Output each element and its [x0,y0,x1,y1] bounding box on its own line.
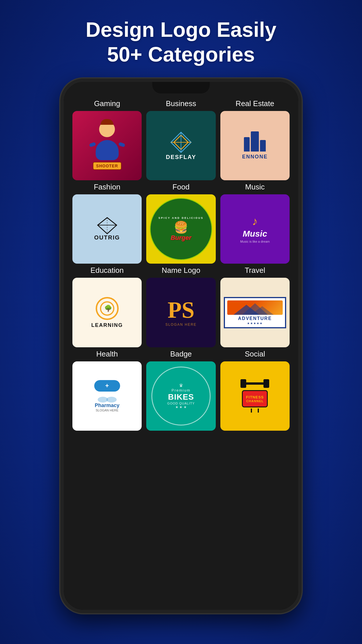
hero-hair [101,119,113,125]
health-tile[interactable]: + Pharmacy SLOGAN HERE [72,361,142,431]
shooter-badge: SHOOTER [93,162,122,170]
category-gaming[interactable]: Gaming SHOOTER [72,99,142,180]
gaming-logo: SHOOTER [72,111,142,180]
adventure-title: ADVENTURE [227,316,283,321]
power-button [301,168,302,197]
bikes-logo: ♛ Premium BIKES GOOD QUALITY ★ ★ ★ [151,367,210,425]
category-music[interactable]: Music ♪ Music Music is like a dream [220,183,290,264]
svg-point-14 [106,397,117,402]
learning-text: LEARNING [91,322,123,328]
social-label: Social [245,350,265,359]
pharmacy-text: Pharmacy [95,402,120,409]
category-realestate[interactable]: Real Estate ENNONE [220,99,290,180]
gaming-tile[interactable]: SHOOTER [72,111,142,180]
vol-down-button [60,168,61,191]
business-label: Business [166,99,196,108]
pharmacy-pill-icon: + [94,380,120,392]
social-tile[interactable]: FITNESS CHANNEL [220,361,290,431]
buildings-icon [244,131,266,152]
music-logo: ♪ Music Music is like a dream [240,215,270,243]
category-namelogo[interactable]: Name Logo PS SLOGAN HERE [146,266,215,347]
adventure-subtitle: ★★★★★ [227,322,283,325]
category-row-3: Education 🌳 LEARNING Name Log [72,266,290,347]
education-label: Education [90,266,124,275]
burger-text: Burger [171,234,191,241]
quality-text: GOOD QUALITY [167,402,195,405]
fitness-text: FITNESS [246,395,264,399]
food-label: Food [172,183,189,191]
hands-icon [97,394,117,402]
gaming-label: Gaming [94,99,120,108]
ennone-logo: ENNONE [242,131,268,160]
category-business[interactable]: Business DESFLAY [146,99,215,180]
desflay-text: DESFLAY [166,154,196,160]
business-tile[interactable]: DESFLAY [146,111,215,180]
ennone-text: ENNONE [242,154,268,160]
category-education[interactable]: Education 🌳 LEARNING [72,266,142,347]
desflay-icon [170,131,192,154]
realestate-label: Real Estate [236,99,274,108]
play-button-icon: 🌳 [96,297,119,320]
stars-icon: ★ ★ ★ [175,405,187,409]
tv-screen-icon: FITNESS CHANNEL [242,390,268,407]
category-fashion[interactable]: Fashion ✦ OUTRIG [72,183,142,264]
bikes-title: BIKES [168,392,194,402]
header: Design Logo Easily 50+ Categories [86,0,276,78]
education-tile[interactable]: 🌳 LEARNING [72,278,142,347]
adventure-logo: ADVENTURE ★★★★★ [224,297,286,328]
barbell-icon [240,379,269,388]
hero-head [99,121,115,137]
phone-mockup: Gaming SHOOTER [60,78,302,613]
vol-up-button [60,139,61,162]
svg-text:🌳: 🌳 [104,304,112,312]
badge-tile[interactable]: ♛ Premium BIKES GOOD QUALITY ★ ★ ★ [146,361,215,431]
realestate-tile[interactable]: ENNONE [220,111,290,180]
music-subtitle: Music is like a dream [240,240,270,243]
music-label: Music [245,183,265,191]
health-label: Health [96,350,118,359]
crown-icon: ♛ [179,383,183,388]
category-badge[interactable]: Badge ♛ Premium BIKES GOOD QUALITY ★ ★ ★ [146,350,215,431]
category-health[interactable]: Health + Pharmacy SLOGAN HERE [72,350,142,431]
premium-text: Premium [172,388,190,392]
desflay-logo: DESFLAY [166,131,196,160]
ps-logo: PS SLOGAN HERE [165,298,197,327]
phone-notch [152,82,210,93]
page-title: Design Logo Easily 50+ Categories [86,17,276,67]
diamond-fashion-icon: ✦ [97,217,117,234]
category-food[interactable]: Food SPICY AND DELICIOUS 🍔 Burger [146,183,215,264]
burger-logo: SPICY AND DELICIOUS 🍔 Burger [150,198,212,260]
burger-icon: 🍔 [174,221,188,234]
category-travel[interactable]: Travel ADVENTURE [220,266,290,347]
category-social[interactable]: Social FITNESS CHANNEL [220,350,290,431]
slogan-text: SLOGAN HERE [165,323,197,327]
music-tile[interactable]: ♪ Music Music is like a dream [220,194,290,264]
pharmacy-slogan: SLOGAN HERE [96,409,118,412]
travel-tile[interactable]: ADVENTURE ★★★★★ [220,278,290,347]
tv-leg-left [251,409,252,413]
phone-screen: Gaming SHOOTER [64,82,298,610]
category-row-1: Gaming SHOOTER [72,99,290,180]
channel-text: CHANNEL [246,399,264,403]
fashion-label: Fashion [94,183,120,191]
category-row-4: Health + Pharmacy SLOGAN HERE [72,350,290,431]
category-row-2: Fashion ✦ OUTRIG Fo [72,183,290,264]
travel-label: Travel [245,266,265,275]
music-title: Music [243,229,267,239]
badge-label: Badge [170,350,192,359]
pharmacy-logo: + Pharmacy SLOGAN HERE [94,380,120,412]
learning-logo: 🌳 LEARNING [91,297,123,328]
hero-body [96,140,119,160]
fashion-tile[interactable]: ✦ OUTRIG [72,194,142,264]
namelogo-tile[interactable]: PS SLOGAN HERE [146,278,215,347]
fitness-logo: FITNESS CHANNEL [240,379,269,413]
namelogo-label: Name Logo [162,266,200,275]
outrig-text: OUTRIG [94,234,120,241]
food-tile[interactable]: SPICY AND DELICIOUS 🍔 Burger [146,194,215,264]
tv-leg-right [258,409,259,413]
mountains-graphic [227,300,283,315]
ps-letters: PS [167,298,194,321]
outrig-logo: ✦ OUTRIG [94,217,120,241]
music-note-icon: ♪ [252,215,258,228]
